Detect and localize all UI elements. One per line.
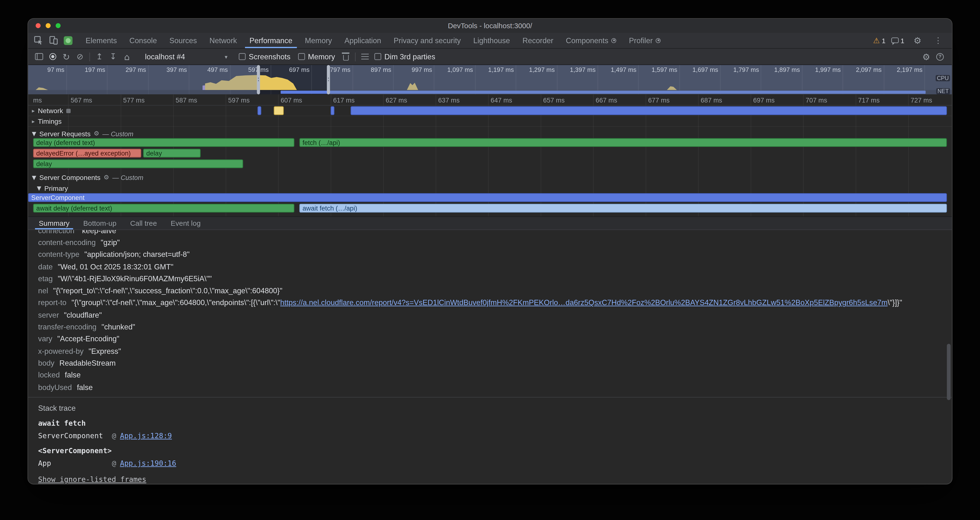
header-row-vary: vary"Accept-Encoding" (28, 333, 952, 345)
tab-application[interactable]: Application (338, 33, 388, 48)
record-button[interactable] (46, 50, 59, 64)
memory-checkbox-group[interactable]: Memory (298, 52, 335, 61)
screenshots-checkbox[interactable] (239, 53, 246, 60)
stack-trace-section: Stack trace await fetchServerComponent@A… (28, 398, 952, 484)
message-bubble-icon (891, 38, 899, 43)
extension-button[interactable] (60, 33, 75, 48)
screenshots-checkbox-group[interactable]: Screenshots (239, 52, 290, 61)
collect-garbage-button[interactable] (339, 50, 353, 64)
header-value: "{\"group\":\"cf-nel\",\"max_age\":60480… (72, 298, 902, 307)
network-track-row[interactable]: ▸ Network (28, 106, 952, 116)
history-select[interactable]: localhost #4 ▾ (141, 51, 231, 62)
tab-components[interactable]: Components (560, 33, 623, 48)
source-location-link[interactable]: App.js:190:16 (120, 459, 176, 468)
event-bar-servercomponent[interactable]: ServerComponent (28, 193, 947, 202)
save-profile-icon: ↧ (110, 52, 116, 61)
disclosure-triangle-icon[interactable]: ▸ (32, 118, 35, 124)
source-location-link[interactable]: App.js:128:9 (120, 431, 172, 440)
details-tab-bottom-up[interactable]: Bottom-up (76, 217, 124, 229)
header-name: date (38, 262, 53, 271)
details-tab-call-tree[interactable]: Call tree (123, 217, 164, 229)
track-settings-icon[interactable]: ⚙ (104, 174, 109, 181)
server-requests-track-label: Server Requests (39, 130, 91, 137)
tab-label: Performance (249, 36, 292, 45)
custom-track-badge: — Custom (112, 173, 143, 181)
capture-settings-button[interactable]: ⚙ (920, 50, 933, 64)
show-ignore-listed-frames-link[interactable]: Show ignore-listed frames (38, 475, 146, 484)
inspect-element-button[interactable] (30, 33, 46, 48)
clear-icon: ⊘ (77, 52, 83, 61)
minimap-right-handle[interactable] (327, 65, 330, 95)
timings-track-row[interactable]: ▸ Timings (28, 116, 952, 127)
ruler-time-label: 697 ms (753, 96, 775, 104)
tab-label: Network (210, 36, 237, 45)
event-bar-delay[interactable]: delay (143, 149, 200, 157)
tab-memory[interactable]: Memory (299, 33, 338, 48)
stack-frame-at: @ (112, 431, 116, 440)
minimap-time-label: 1,297 ms (529, 66, 555, 73)
tab-elements[interactable]: Elements (80, 33, 123, 48)
dim-3rd-parties-checkbox[interactable] (374, 53, 382, 60)
details-tab-summary[interactable]: Summary (32, 217, 76, 229)
settings-button[interactable]: ⚙ (910, 33, 925, 48)
network-request-bar[interactable] (274, 107, 283, 115)
primary-group-header[interactable]: ▼ Primary (28, 183, 952, 192)
live-metrics-button[interactable]: ⌂ (120, 50, 134, 64)
event-bar-await-fetch-api[interactable]: await fetch (…/api) (299, 204, 947, 213)
network-request-bar[interactable] (331, 107, 334, 115)
details-scrollbar-thumb[interactable] (947, 344, 951, 400)
sidebar-toggle-button[interactable] (32, 50, 46, 64)
server-components-track-header[interactable]: ▼ Server Components ⚙ — Custom (28, 172, 952, 182)
disclosure-triangle-icon[interactable]: ▼ (37, 185, 41, 191)
tab-profiler[interactable]: Profiler (623, 33, 667, 48)
event-bar-delay[interactable]: delay (33, 159, 243, 168)
event-bar-delayederror-ayed-exception[interactable]: delayedError (…ayed exception) (33, 149, 141, 157)
tab-sources[interactable]: Sources (163, 33, 203, 48)
disclosure-triangle-icon[interactable]: ▸ (32, 108, 35, 114)
event-bar-fetch-api[interactable]: fetch (…/api) (299, 138, 947, 147)
tab-recorder[interactable]: Recorder (516, 33, 560, 48)
server-requests-track-header[interactable]: ▼ Server Requests ⚙ — Custom (28, 129, 952, 138)
performance-toolbar: ↻ ⊘ ↥ ↧ ⌂ localhost #4 ▾ Screenshots Mem… (28, 49, 952, 65)
track-config-icon[interactable] (66, 108, 70, 113)
zoom-button[interactable] (56, 23, 61, 28)
event-bar-delay-deferred-text[interactable]: delay (deferred text) (33, 138, 294, 147)
memory-checkbox[interactable] (298, 53, 305, 60)
header-value: "W/\"4b1-RjEJloX9kRinu6F0MAZMmy6E5iA\"" (57, 274, 212, 283)
event-bar-await-delay-deferred-text[interactable]: await delay (deferred text) (33, 204, 294, 213)
details-tab-event-log[interactable]: Event log (164, 217, 207, 229)
record-and-reload-button[interactable]: ↻ (59, 50, 73, 64)
tab-network[interactable]: Network (203, 33, 243, 48)
tab-console[interactable]: Console (123, 33, 163, 48)
header-name: server (38, 310, 59, 319)
ruler-time-label: 647 ms (491, 96, 512, 104)
timings-track-label-group[interactable]: ▸ Timings (32, 118, 62, 125)
minimap-left-handle[interactable] (257, 65, 260, 95)
tab-privacy-and-security[interactable]: Privacy and security (388, 33, 467, 48)
more-options-button[interactable]: ⋮ (931, 33, 945, 48)
save-profile-button[interactable]: ↧ (107, 50, 120, 64)
warnings-badge[interactable]: ⚠ 1 (873, 36, 886, 45)
device-toolbar-button[interactable] (46, 33, 60, 48)
clear-button[interactable]: ⊘ (73, 50, 87, 64)
messages-badge[interactable]: 1 (891, 37, 905, 44)
timeline-overview-minimap[interactable]: CPU NET 97 ms197 ms297 ms397 ms497 ms597… (28, 65, 952, 95)
tab-lighthouse[interactable]: Lighthouse (467, 33, 516, 48)
disclosure-triangle-icon[interactable]: ▼ (32, 174, 36, 180)
help-button[interactable]: ? (933, 50, 947, 64)
track-settings-icon[interactable]: ⚙ (94, 130, 99, 137)
network-conditions-button[interactable] (358, 50, 372, 64)
header-value: "Wed, 01 Oct 2025 18:32:01 GMT" (57, 262, 173, 271)
report-to-url-link[interactable]: https://a.nel.cloudflare.com/report/v4?s… (280, 298, 888, 307)
dim-3rd-parties-checkbox-group[interactable]: Dim 3rd parties (374, 52, 435, 61)
header-name: nel (38, 286, 48, 295)
close-button[interactable] (36, 23, 41, 28)
disclosure-triangle-icon[interactable]: ▼ (32, 130, 36, 137)
tab-performance[interactable]: Performance (243, 33, 299, 48)
network-request-bar[interactable] (351, 107, 947, 115)
network-track-label-group[interactable]: ▸ Network (32, 107, 70, 114)
load-profile-button[interactable]: ↥ (92, 50, 107, 64)
minimap-time-label: 197 ms (84, 66, 105, 73)
minimize-button[interactable] (46, 23, 51, 28)
network-request-bar[interactable] (258, 107, 261, 115)
